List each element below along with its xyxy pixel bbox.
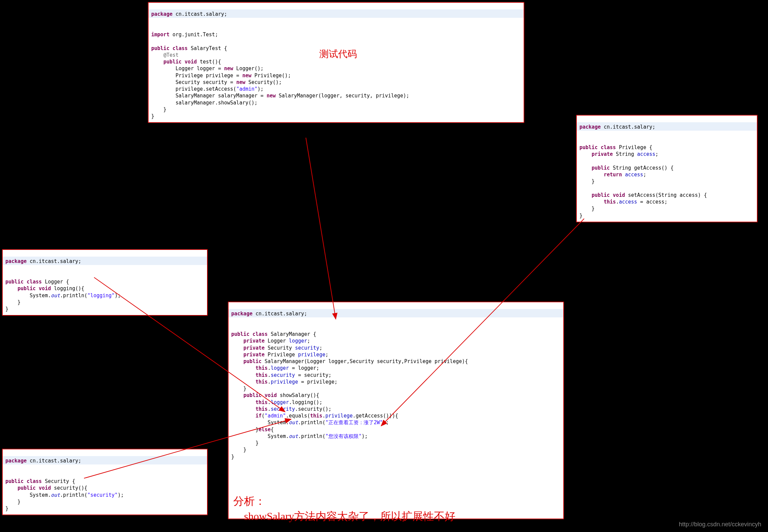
- code-content: public class Logger { public void loggin…: [5, 279, 121, 312]
- package-line: package cn.itcast.salary;: [149, 9, 524, 17]
- code-content: public class SalaryManager { private Log…: [231, 331, 468, 460]
- test-code-label: 测试代码: [319, 48, 357, 60]
- package-line: package cn.itcast.salary;: [3, 456, 207, 464]
- code-box-security: package cn.itcast.salary; public class S…: [2, 449, 208, 515]
- analysis-text: showSalary方法内容太杂了，所以扩展性不好: [244, 510, 455, 522]
- analysis-prefix: 分析：: [233, 495, 266, 507]
- package-line: package cn.itcast.salary;: [3, 257, 207, 265]
- watermark: http://blog.csdn.net/cckevincyh: [679, 521, 761, 528]
- svg-line-1: [306, 138, 336, 319]
- code-box-privilege: package cn.itcast.salary; public class P…: [576, 115, 758, 222]
- code-box-logger: package cn.itcast.salary; public class L…: [2, 249, 208, 316]
- code-box-salarymanager: package cn.itcast.salary; public class S…: [228, 302, 564, 519]
- code-box-salarytest: package cn.itcast.salary; import org.jun…: [148, 2, 524, 123]
- analysis-label: 分析： showSalary方法内容太杂了，所以扩展性不好: [233, 494, 455, 524]
- code-content: import org.junit.Test; public class Sala…: [151, 32, 409, 119]
- code-content: public class Security { public void secu…: [5, 478, 124, 512]
- package-line: package cn.itcast.salary;: [229, 309, 563, 317]
- package-line: package cn.itcast.salary;: [577, 122, 757, 130]
- code-content: public class Privilege { private String …: [579, 144, 707, 219]
